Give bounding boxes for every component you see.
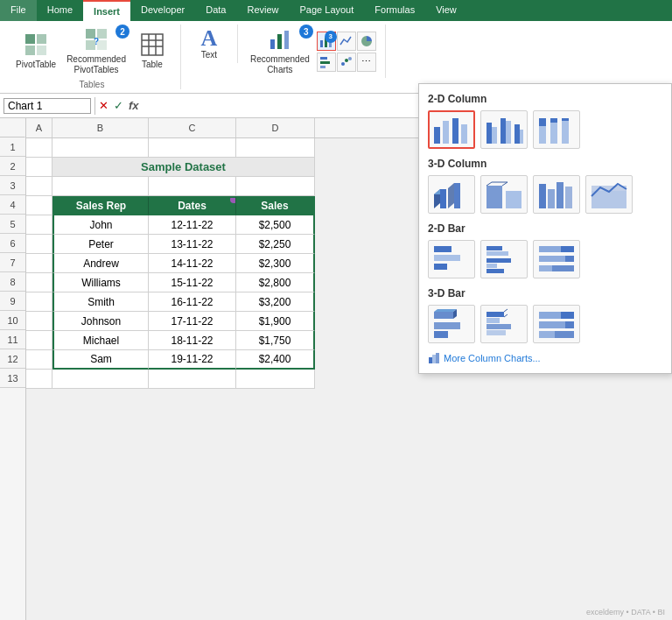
2d-bar-chart-2[interactable] xyxy=(480,240,528,278)
cell-a11[interactable] xyxy=(26,331,52,350)
cell-rep-11[interactable]: Michael xyxy=(52,331,149,350)
bar-chart-button[interactable] xyxy=(317,53,336,72)
line-chart-button[interactable] xyxy=(337,32,356,51)
col-header-c[interactable]: C xyxy=(149,118,236,137)
cell-a2[interactable] xyxy=(26,158,52,177)
3d-bar-chart-1[interactable] xyxy=(428,305,475,343)
cell-date-6[interactable]: 13-11-22 xyxy=(149,235,236,254)
cell-a10[interactable] xyxy=(26,312,52,331)
tab-developer[interactable]: Developer xyxy=(130,0,195,21)
3d-col-chart-3[interactable] xyxy=(533,175,580,214)
cell-a7[interactable] xyxy=(26,254,52,273)
cell-a6[interactable] xyxy=(26,235,52,254)
cell-c3[interactable] xyxy=(149,177,236,196)
table-button[interactable]: Table xyxy=(133,30,172,73)
cell-sales-7[interactable]: $2,300 xyxy=(236,254,315,273)
tab-home[interactable]: Home xyxy=(37,0,83,21)
more-column-charts-link[interactable]: More Column Charts... xyxy=(428,352,662,364)
cell-b13[interactable] xyxy=(52,370,149,389)
cell-rep-10[interactable]: Johnson xyxy=(52,312,149,331)
2d-bar-chart-1[interactable] xyxy=(428,240,475,278)
cell-a13[interactable] xyxy=(26,370,52,389)
cell-rep-9[interactable]: Smith xyxy=(52,292,149,312)
cell-sales-8[interactable]: $2,800 xyxy=(236,273,315,292)
3d-bar-chart-2[interactable] xyxy=(480,305,528,343)
cell-date-8[interactable]: 15-11-22 xyxy=(149,273,236,292)
table-label: Table xyxy=(142,60,163,70)
col-header-d[interactable]: D xyxy=(236,118,315,137)
text-button[interactable]: A Text xyxy=(190,25,228,63)
2d-bar-title: 2-D Bar xyxy=(428,222,662,235)
tab-formulas[interactable]: Formulas xyxy=(364,0,425,21)
cell-a5[interactable] xyxy=(26,215,52,235)
cell-sales-10[interactable]: $1,900 xyxy=(236,312,315,331)
2d-bar-chart-3[interactable] xyxy=(533,240,580,278)
cell-date-12[interactable]: 19-11-22 xyxy=(149,350,236,370)
pie-chart-button[interactable] xyxy=(357,32,376,51)
cell-rep-6[interactable]: Peter xyxy=(52,235,149,254)
chart-type-row2: ⋯ xyxy=(317,53,376,72)
tab-view[interactable]: View xyxy=(425,0,467,21)
3d-col-chart-2[interactable] xyxy=(480,175,528,214)
tables-items: PivotTable 2 ? R xyxy=(12,25,172,78)
cell-a8[interactable] xyxy=(26,273,52,292)
cell-title[interactable]: Sample Dataset xyxy=(52,158,315,177)
tab-file[interactable]: File xyxy=(0,0,37,21)
cell-b3[interactable] xyxy=(52,177,149,196)
confirm-icon[interactable]: ✓ xyxy=(114,99,123,112)
header-sales[interactable]: Sales xyxy=(236,196,315,215)
cell-b1[interactable] xyxy=(52,138,149,158)
cell-rep-12[interactable]: Sam xyxy=(52,350,149,370)
svg-text:?: ? xyxy=(94,37,99,46)
cell-d3[interactable] xyxy=(236,177,315,196)
cell-sales-6[interactable]: $2,250 xyxy=(236,235,315,254)
svg-rect-20 xyxy=(320,57,327,60)
tab-data[interactable]: Data xyxy=(195,0,236,21)
2d-col-chart-2[interactable] xyxy=(480,110,528,149)
tab-insert[interactable]: Insert xyxy=(83,0,130,21)
recommended-charts-button[interactable]: 3 RecommendedCharts xyxy=(247,25,313,78)
cell-d13[interactable] xyxy=(236,370,315,389)
cell-sales-11[interactable]: $1,750 xyxy=(236,331,315,350)
cell-sales-12[interactable]: $2,400 xyxy=(236,350,315,370)
cell-rep-5[interactable]: John xyxy=(52,215,149,235)
cell-a12[interactable] xyxy=(26,350,52,370)
col-header-b[interactable]: B xyxy=(52,118,149,137)
col-header-a[interactable]: A xyxy=(26,118,52,137)
cell-a3[interactable] xyxy=(26,177,52,196)
column-chart-button[interactable]: 3 xyxy=(317,32,336,51)
cell-d1[interactable] xyxy=(236,138,315,158)
cell-sales-9[interactable]: $3,200 xyxy=(236,292,315,312)
3d-col-chart-4[interactable] xyxy=(585,175,633,214)
2d-col-chart-1[interactable] xyxy=(428,110,475,149)
scatter-chart-button[interactable] xyxy=(337,53,356,72)
tab-review[interactable]: Review xyxy=(236,0,289,21)
cell-c1[interactable] xyxy=(149,138,236,158)
name-box[interactable] xyxy=(4,98,91,114)
recommended-pivottables-button[interactable]: 2 ? RecommendedPivotTables xyxy=(63,25,130,78)
cell-date-11[interactable]: 18-11-22 xyxy=(149,331,236,350)
header-sales-rep[interactable]: Sales Rep xyxy=(52,196,149,215)
cell-date-7[interactable]: 14-11-22 xyxy=(149,254,236,273)
fx-icon[interactable]: fx xyxy=(129,99,139,112)
cancel-icon[interactable]: ✕ xyxy=(99,99,108,112)
cell-rep-7[interactable]: Andrew xyxy=(52,254,149,273)
3d-col-chart-1[interactable] xyxy=(428,175,475,214)
header-dates[interactable]: Dates xyxy=(149,196,236,215)
tab-page-layout[interactable]: Page Layout xyxy=(290,0,365,21)
cell-a1[interactable] xyxy=(26,138,52,158)
cell-a9[interactable] xyxy=(26,292,52,312)
row-3: 3 xyxy=(0,176,25,195)
cell-a4[interactable] xyxy=(26,196,52,215)
cell-date-10[interactable]: 17-11-22 xyxy=(149,312,236,331)
cell-date-5[interactable]: 12-11-22 xyxy=(149,215,236,235)
more-charts-button[interactable]: ⋯ xyxy=(357,53,376,72)
cell-date-9[interactable]: 16-11-22 xyxy=(149,292,236,312)
svg-rect-65 xyxy=(486,269,504,273)
3d-bar-chart-3[interactable] xyxy=(533,305,580,343)
cell-c13[interactable] xyxy=(149,370,236,389)
pivot-table-button[interactable]: PivotTable xyxy=(12,30,60,73)
cell-sales-5[interactable]: $2,500 xyxy=(236,215,315,235)
cell-rep-8[interactable]: Williams xyxy=(52,273,149,292)
2d-col-chart-3[interactable] xyxy=(533,110,580,149)
